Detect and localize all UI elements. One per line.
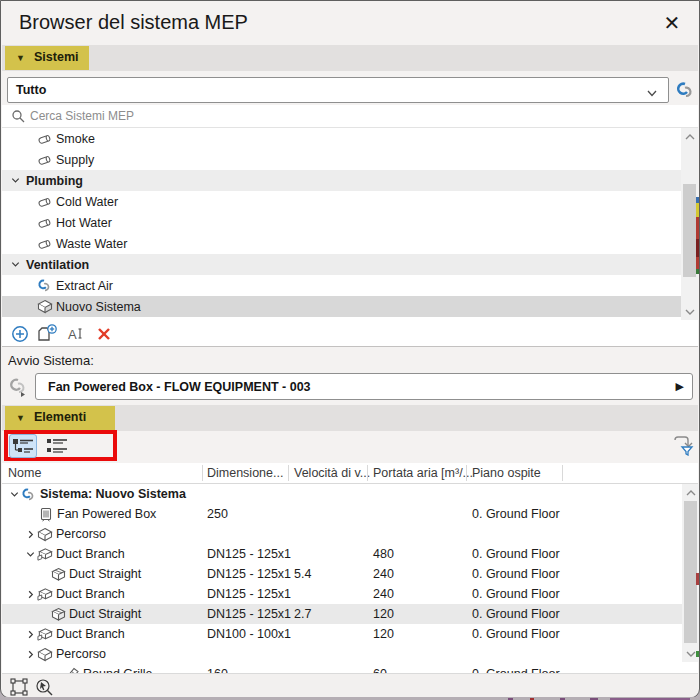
pipe-icon — [36, 237, 53, 250]
systems-tree-item[interactable]: Hot Water — [2, 212, 698, 233]
table-row[interactable]: Duct StraightDN125 - 125x12.71200. Groun… — [2, 604, 698, 624]
cell-velocita: 2.7 — [294, 607, 311, 621]
chevron-down-icon[interactable] — [24, 549, 37, 560]
scroll-up-icon[interactable] — [684, 486, 697, 499]
svg-text:A: A — [68, 327, 77, 342]
background-app-sliver — [696, 269, 699, 274]
magnifier-cursor-icon — [35, 678, 54, 697]
folder-plus-icon — [37, 324, 59, 344]
background-app-sliver — [696, 573, 699, 585]
table-row[interactable]: Duct BranchDN100 - 100x11200. Ground Flo… — [2, 624, 698, 644]
avvio-sistema-selector[interactable]: Fan Powered Box - FLOW EQUIPMENT - 003 ▶ — [35, 373, 693, 400]
avvio-sistema-label: Avvio Sistema: — [8, 353, 94, 368]
col-portata[interactable]: Portata aria [m³/... — [373, 466, 473, 480]
pipe-icon — [36, 195, 53, 208]
table-row[interactable]: Round Grille160600. Ground Floor — [2, 664, 698, 673]
group-label: Ventilation — [26, 258, 89, 272]
equip-icon — [38, 507, 54, 522]
rename-button[interactable]: A — [64, 322, 88, 346]
mep-arcs-icon — [676, 81, 696, 99]
cell-dimensione: 250 — [207, 507, 228, 521]
system-filter-dropdown[interactable]: Tutto — [7, 77, 669, 103]
col-dimensione[interactable]: Dimensione... — [207, 466, 283, 480]
branch-icon — [37, 587, 53, 602]
chevron-down-icon[interactable] — [10, 259, 22, 270]
mep-source-icon — [8, 376, 30, 402]
cell-dimensione: DN125 - 125x1 — [207, 547, 291, 561]
background-app-sliver — [696, 651, 699, 657]
chevron-right-icon[interactable] — [24, 589, 37, 600]
duct-icon — [50, 567, 66, 582]
flyout-arrow-icon: ▶ — [676, 380, 684, 393]
col-nome[interactable]: Nome — [8, 466, 41, 480]
table-row[interactable]: Fan Powered Box2500. Ground Floor — [2, 504, 698, 524]
elements-table-header: Nome Dimensione... Velocità di v... Port… — [2, 463, 698, 484]
table-row[interactable]: Percorso — [2, 524, 698, 544]
systems-tree-item[interactable]: Nuovo Sistema — [2, 296, 698, 317]
table-row[interactable]: Percorso — [2, 644, 698, 664]
title-bar: Browser del sistema MEP ✕ — [1, 1, 699, 44]
add-system-button[interactable] — [8, 322, 32, 346]
col-velocita[interactable]: Velocità di v... — [294, 466, 370, 480]
background-app-sliver — [696, 239, 699, 257]
cell-piano: 0. Ground Floor — [472, 567, 560, 581]
elementi-section-header[interactable]: ▼ Elementi — [2, 405, 698, 431]
col-piano[interactable]: Piano ospite — [472, 466, 541, 480]
cell-velocita: 5.4 — [294, 567, 311, 581]
systems-tree-item[interactable]: Extract Air — [2, 275, 698, 296]
mep-system-browser-dialog: Browser del sistema MEP ✕ ▼ Sistemi Tutt… — [0, 0, 700, 698]
mep-system-icon-button[interactable] — [674, 78, 698, 102]
system-label: Cold Water — [56, 195, 118, 209]
table-row[interactable]: Sistema: Nuovo Sistema — [2, 484, 698, 504]
cell-piano: 0. Ground Floor — [472, 507, 560, 521]
scroll-down-icon[interactable] — [683, 305, 696, 318]
collapse-triangle-icon: ▼ — [16, 53, 25, 63]
chevron-right-icon[interactable] — [24, 649, 37, 660]
elements-scrollbar-thumb[interactable] — [684, 501, 697, 643]
tree-view-icon — [12, 437, 34, 455]
cell-portata: 480 — [373, 547, 394, 561]
add-folder-button[interactable] — [36, 322, 60, 346]
table-row[interactable]: Duct StraightDN125 - 125x15.42400. Groun… — [2, 564, 698, 584]
select-elements-button[interactable] — [7, 676, 31, 698]
elementi-section-label: Elementi — [34, 410, 86, 424]
cell-piano: 0. Ground Floor — [472, 547, 560, 561]
chevron-down-icon[interactable] — [10, 175, 22, 186]
tree-view-toggle[interactable] — [9, 434, 37, 458]
systems-tree-item[interactable]: Smoke — [2, 128, 698, 149]
element-name: Duct Straight — [69, 607, 141, 621]
systems-toolbar: A — [2, 320, 698, 347]
close-icon[interactable]: ✕ — [657, 8, 687, 38]
search-input[interactable]: Cerca Sistemi MEP — [2, 105, 698, 128]
cell-dimensione: DN100 - 100x1 — [207, 627, 291, 641]
chevron-right-icon[interactable] — [24, 529, 37, 540]
filter-icon — [672, 434, 694, 456]
systems-tree-item[interactable]: Supply — [2, 149, 698, 170]
system-label: Extract Air — [56, 279, 113, 293]
chevron-right-icon[interactable] — [24, 629, 37, 640]
list-view-toggle[interactable] — [43, 434, 71, 458]
systems-scrollbar-thumb[interactable] — [683, 184, 696, 277]
delete-system-button[interactable] — [92, 322, 116, 346]
systems-tree-item[interactable]: Cold Water — [2, 191, 698, 212]
zoom-to-selection-button[interactable] — [32, 676, 56, 698]
chevron-down-icon[interactable] — [8, 489, 21, 500]
filter-settings-button[interactable] — [670, 432, 696, 458]
scroll-up-icon[interactable] — [683, 130, 696, 143]
element-name: Duct Straight — [69, 567, 141, 581]
table-row[interactable]: Duct BranchDN125 - 125x14800. Ground Flo… — [2, 544, 698, 564]
systems-tree-item[interactable]: Plumbing — [2, 170, 698, 191]
systems-tree-item[interactable]: Ventilation — [2, 254, 698, 275]
sistemi-section-header[interactable]: ▼ Sistemi — [2, 45, 698, 71]
system-label: Supply — [56, 153, 94, 167]
avvio-sistema-value: Fan Powered Box - FLOW EQUIPMENT - 003 — [48, 380, 311, 394]
cell-piano: 0. Ground Floor — [472, 607, 560, 621]
background-app-sliver — [696, 217, 699, 239]
search-placeholder: Cerca Sistemi MEP — [30, 109, 134, 123]
systems-tree-list: SmokeSupplyPlumbingCold WaterHot WaterWa… — [2, 128, 698, 320]
table-row[interactable]: Duct BranchDN125 - 125x12400. Ground Flo… — [2, 584, 698, 604]
systems-tree-item[interactable]: Waste Water — [2, 233, 698, 254]
cell-portata: 120 — [373, 607, 394, 621]
element-name: Percorso — [56, 647, 106, 661]
branch-icon — [37, 627, 53, 642]
